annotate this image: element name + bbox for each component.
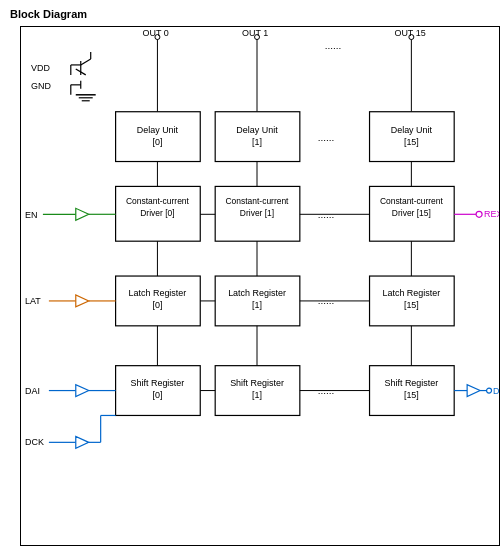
diagram-svg: OUT 0 OUT 1 OUT 15 ...... VDD GN [21, 27, 499, 545]
svg-text:[0]: [0] [152, 300, 162, 310]
svg-text:[15]: [15] [404, 137, 419, 147]
out-dots: ...... [325, 40, 342, 51]
svg-text:Latch Register: Latch Register [228, 288, 286, 298]
out15-label: OUT 15 [394, 28, 425, 38]
svg-text:Latch Register: Latch Register [129, 288, 187, 298]
svg-text:Delay Unit: Delay Unit [137, 125, 179, 135]
dck-label: DCK [25, 437, 44, 447]
svg-text:Driver [0]: Driver [0] [140, 208, 174, 218]
dao-circle [487, 388, 492, 393]
latch-dots: ...... [318, 295, 335, 306]
en-label: EN [25, 210, 37, 220]
shift-dots: ...... [318, 385, 335, 396]
vdd-label: VDD [31, 63, 50, 73]
svg-text:[15]: [15] [404, 390, 419, 400]
svg-text:[1]: [1] [252, 390, 262, 400]
svg-text:Constant-current: Constant-current [126, 196, 190, 206]
dck-buffer-icon [76, 436, 89, 448]
page-title: Block Diagram [10, 8, 493, 20]
svg-text:Delay Unit: Delay Unit [236, 125, 278, 135]
svg-text:Shift Register: Shift Register [131, 378, 185, 388]
out1-label: OUT 1 [242, 28, 268, 38]
svg-text:[0]: [0] [152, 390, 162, 400]
svg-text:Delay Unit: Delay Unit [391, 125, 433, 135]
lat-label: LAT [25, 296, 41, 306]
dai-buffer-icon [76, 385, 89, 397]
dao-buffer-icon [467, 385, 480, 397]
svg-text:[15]: [15] [404, 300, 419, 310]
dai-label: DAI [25, 386, 40, 396]
rext-label: REXT [484, 209, 499, 219]
svg-text:Driver [1]: Driver [1] [240, 208, 274, 218]
delay-dots: ...... [318, 132, 335, 143]
page: Block Diagram OUT 0 OUT 1 OUT 15 ...... … [0, 0, 503, 551]
svg-text:Constant-current: Constant-current [380, 196, 444, 206]
gnd-label: GND [31, 81, 51, 91]
dao-label: DAO [493, 386, 499, 396]
rext-circle [476, 211, 482, 217]
svg-text:Shift Register: Shift Register [384, 378, 438, 388]
svg-text:Constant-current: Constant-current [226, 196, 290, 206]
block-diagram: OUT 0 OUT 1 OUT 15 ...... VDD GN [20, 26, 500, 546]
en-buffer-icon [76, 208, 89, 220]
svg-text:Shift Register: Shift Register [230, 378, 284, 388]
svg-text:Latch Register: Latch Register [382, 288, 440, 298]
svg-text:[0]: [0] [152, 137, 162, 147]
lat-buffer-icon [76, 295, 89, 307]
svg-text:[1]: [1] [252, 300, 262, 310]
out0-label: OUT 0 [142, 28, 168, 38]
svg-text:Driver [15]: Driver [15] [392, 208, 431, 218]
svg-text:[1]: [1] [252, 137, 262, 147]
svg-line-11 [81, 59, 91, 65]
